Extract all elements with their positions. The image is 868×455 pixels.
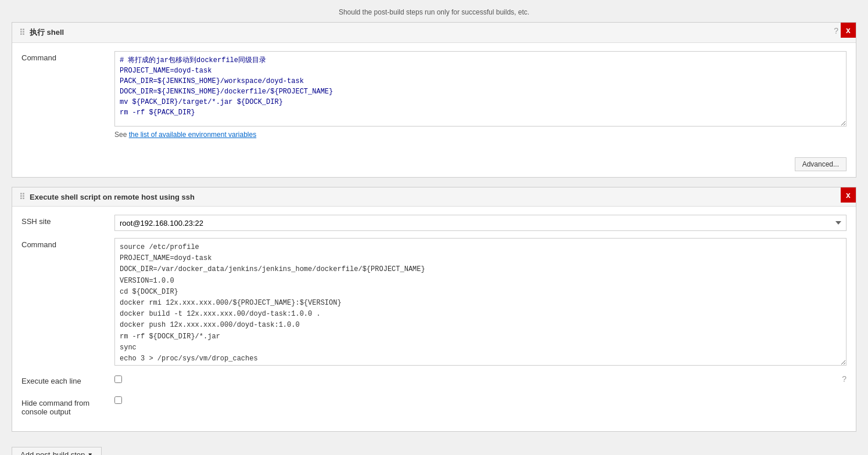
execute-each-line-checkbox-row: ? — [114, 374, 847, 384]
hide-command-wrap — [114, 396, 847, 406]
ssh-command-row: Command source /etc/profile PROJECT_NAME… — [21, 238, 847, 367]
execute-shell-body: Command # 将打成的jar包移动到dockerfile同级目录 PROJ… — [12, 43, 856, 154]
ssh-site-select[interactable]: root@192.168.100.23:22 — [114, 215, 847, 231]
env-vars-link[interactable]: the list of available environment variab… — [129, 131, 256, 139]
ssh-section-header: ⠿ Execute shell script on remote host us… — [12, 187, 856, 207]
execute-each-line-wrap: ? — [114, 374, 847, 389]
ssh-command-textarea[interactable]: source /etc/profile PROJECT_NAME=doyd-ta… — [114, 238, 847, 366]
execute-shell-header: ⠿ 执行 shell — [12, 23, 856, 43]
add-step-label: Add post-build step — [20, 450, 85, 455]
shell-help-icon[interactable]: ? — [834, 26, 838, 35]
add-post-build-step-button[interactable]: Add post-build step ▼ — [12, 447, 102, 455]
ssh-command-wrap: source /etc/profile PROJECT_NAME=doyd-ta… — [114, 238, 847, 367]
hide-command-label: Hide command from console output — [21, 396, 114, 416]
execute-each-line-help-icon[interactable]: ? — [842, 374, 847, 384]
hide-command-checkbox[interactable] — [114, 396, 122, 404]
ssh-site-label: SSH site — [21, 215, 114, 226]
execute-shell-title: 执行 shell — [30, 27, 64, 38]
shell-command-wrap: # 将打成的jar包移动到dockerfile同级目录 PROJECT_NAME… — [114, 51, 847, 139]
hide-command-row: Hide command from console output — [21, 396, 847, 416]
shell-advanced-button[interactable]: Advanced... — [795, 157, 847, 171]
ssh-command-label: Command — [21, 238, 114, 249]
bottom-actions: Add post-build step ▼ — [12, 441, 856, 455]
execute-each-line-label: Execute each line — [21, 374, 114, 385]
ssh-delete-button[interactable]: x — [841, 187, 856, 203]
shell-advanced-row: Advanced... — [12, 154, 856, 177]
env-vars-text: See the list of available environment va… — [114, 131, 847, 139]
ssh-section-body: SSH site root@192.168.100.23:22 Command … — [12, 207, 856, 431]
execute-each-line-checkbox[interactable] — [114, 375, 122, 383]
top-notice: Should the post-build steps run only for… — [12, 6, 856, 22]
shell-command-label: Command — [21, 51, 114, 62]
drag-handle-shell[interactable]: ⠿ — [19, 28, 25, 37]
execute-shell-section: ⠿ 执行 shell ? x Command # 将打成的jar包移动到dock… — [12, 22, 856, 178]
drag-handle-ssh[interactable]: ⠿ — [19, 192, 25, 201]
add-step-chevron: ▼ — [87, 452, 93, 455]
ssh-site-wrap: root@192.168.100.23:22 — [114, 215, 847, 231]
ssh-site-row: SSH site root@192.168.100.23:22 — [21, 215, 847, 231]
shell-command-row: Command # 将打成的jar包移动到dockerfile同级目录 PROJ… — [21, 51, 847, 139]
shell-command-textarea[interactable]: # 将打成的jar包移动到dockerfile同级目录 PROJECT_NAME… — [114, 51, 847, 127]
ssh-section: ⠿ Execute shell script on remote host us… — [12, 187, 856, 432]
execute-each-line-row: Execute each line ? — [21, 374, 847, 389]
shell-delete-button[interactable]: x — [841, 23, 856, 38]
ssh-section-title: Execute shell script on remote host usin… — [30, 193, 195, 201]
